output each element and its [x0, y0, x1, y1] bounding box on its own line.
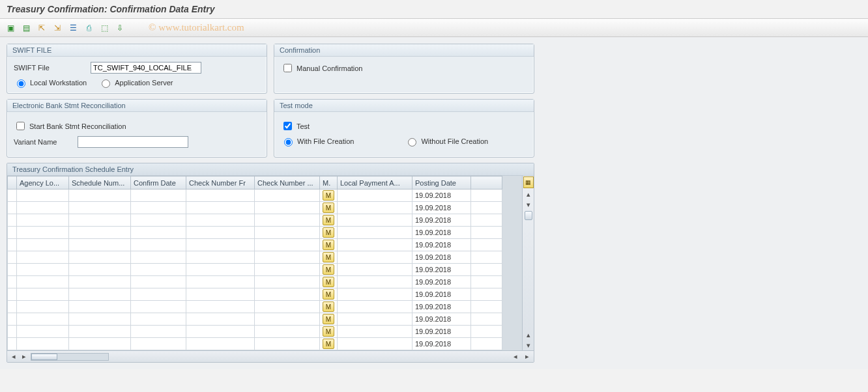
- cell-sched[interactable]: [69, 313, 131, 326]
- with-file-radio-input[interactable]: [284, 138, 293, 147]
- vertical-scrollbar[interactable]: ▦ ▴ ▾ ▴ ▾: [522, 176, 534, 350]
- cell-check-to[interactable]: [255, 301, 320, 313]
- cell-check-to[interactable]: [255, 326, 320, 338]
- table-row[interactable]: M19.09.2018: [8, 202, 502, 214]
- cell-confirm-date[interactable]: [131, 313, 186, 326]
- row-selector[interactable]: [8, 301, 17, 313]
- hscroll-left-icon[interactable]: ◂: [8, 352, 19, 361]
- hscroll-left2-icon[interactable]: ◂: [510, 352, 521, 361]
- cell-m[interactable]: M: [320, 326, 338, 338]
- export-local-icon[interactable]: ⇩: [113, 21, 126, 35]
- hscroll-track[interactable]: [31, 353, 109, 361]
- hscroll-right2-icon[interactable]: ▸: [522, 352, 532, 361]
- cell-posting-date[interactable]: 19.09.2018: [412, 301, 471, 313]
- cell-confirm-date[interactable]: [131, 326, 186, 338]
- cell-agency[interactable]: [17, 227, 69, 239]
- cell-posting-date[interactable]: 19.09.2018: [412, 264, 471, 276]
- cell-local-payment[interactable]: [338, 189, 412, 202]
- cell-sched[interactable]: [69, 326, 131, 338]
- m-button[interactable]: M: [323, 326, 334, 337]
- table-row[interactable]: M19.09.2018: [8, 313, 502, 326]
- m-button[interactable]: M: [323, 314, 334, 324]
- row-insert-icon[interactable]: ⇱: [35, 21, 48, 35]
- col-agency[interactable]: Agency Lo...: [17, 176, 69, 189]
- cell-sched[interactable]: [69, 239, 131, 251]
- swift-server-radio-input[interactable]: [102, 79, 110, 88]
- cell-check-from[interactable]: [186, 288, 255, 301]
- cell-check-to[interactable]: [255, 338, 320, 350]
- col-check-to[interactable]: Check Number ...: [255, 176, 320, 189]
- cell-m[interactable]: M: [320, 202, 338, 214]
- cell-check-to[interactable]: [255, 189, 320, 202]
- cell-check-from[interactable]: [186, 227, 255, 239]
- cell-local-payment[interactable]: [338, 326, 412, 338]
- cell-check-to[interactable]: [255, 264, 320, 276]
- row-selector[interactable]: [8, 276, 17, 288]
- cell-sched[interactable]: [69, 288, 131, 301]
- cell-m[interactable]: M: [320, 214, 338, 227]
- cell-local-payment[interactable]: [338, 338, 412, 350]
- export-excel-icon[interactable]: ⬚: [98, 21, 111, 35]
- cell-m[interactable]: M: [320, 227, 338, 239]
- m-button[interactable]: M: [323, 277, 334, 287]
- cell-sched[interactable]: [69, 202, 131, 214]
- cell-local-payment[interactable]: [338, 227, 412, 239]
- cell-check-to[interactable]: [255, 251, 320, 264]
- col-check-from[interactable]: Check Number Fr: [186, 176, 255, 189]
- swift-file-input[interactable]: [91, 62, 201, 74]
- cell-confirm-date[interactable]: [131, 301, 186, 313]
- row-selector[interactable]: [8, 326, 17, 338]
- table-row[interactable]: M19.09.2018: [8, 276, 502, 288]
- table-row[interactable]: M19.09.2018: [8, 338, 502, 350]
- scroll-up-icon[interactable]: ▴: [523, 189, 534, 199]
- cell-posting-date[interactable]: 19.09.2018: [412, 326, 471, 338]
- cell-agency[interactable]: [17, 288, 69, 301]
- cell-confirm-date[interactable]: [131, 227, 186, 239]
- cell-sched[interactable]: [69, 264, 131, 276]
- swift-server-radio[interactable]: Application Server: [98, 77, 173, 88]
- cell-confirm-date[interactable]: [131, 239, 186, 251]
- m-button[interactable]: M: [323, 240, 334, 250]
- scroll-up-bottom-icon[interactable]: ▴: [523, 329, 534, 340]
- cell-check-to[interactable]: [255, 239, 320, 251]
- m-button[interactable]: M: [323, 264, 334, 275]
- hscroll-right-icon[interactable]: ▸: [19, 352, 29, 361]
- horizontal-scrollbar[interactable]: ◂ ▸ ◂ ▸: [7, 350, 534, 362]
- cell-agency[interactable]: [17, 326, 69, 338]
- cell-confirm-date[interactable]: [131, 251, 186, 264]
- m-button[interactable]: M: [323, 227, 334, 238]
- cell-sched[interactable]: [69, 227, 131, 239]
- variant-name-input[interactable]: [78, 136, 188, 148]
- cell-posting-date[interactable]: 19.09.2018: [412, 288, 471, 301]
- cell-posting-date[interactable]: 19.09.2018: [412, 313, 471, 326]
- cell-m[interactable]: M: [320, 276, 338, 288]
- start-recon-checkbox[interactable]: Start Bank Stmt Reconciliation: [14, 120, 126, 132]
- cell-check-from[interactable]: [186, 189, 255, 202]
- cell-posting-date[interactable]: 19.09.2018: [412, 251, 471, 264]
- swift-local-radio[interactable]: Local Workstation: [14, 77, 87, 88]
- cell-sched[interactable]: [69, 276, 131, 288]
- row-selector[interactable]: [8, 202, 17, 214]
- cell-agency[interactable]: [17, 251, 69, 264]
- cell-local-payment[interactable]: [338, 301, 412, 313]
- cell-check-from[interactable]: [186, 251, 255, 264]
- col-sched[interactable]: Schedule Num...: [69, 176, 131, 189]
- manual-confirmation-checkbox[interactable]: Manual Confirmation: [281, 62, 527, 74]
- without-file-radio-input[interactable]: [408, 138, 416, 147]
- without-file-radio[interactable]: Without File Creation: [405, 136, 488, 147]
- cell-posting-date[interactable]: 19.09.2018: [412, 338, 471, 350]
- cell-agency[interactable]: [17, 301, 69, 313]
- row-selector[interactable]: [8, 313, 17, 326]
- cell-agency[interactable]: [17, 202, 69, 214]
- cell-check-to[interactable]: [255, 214, 320, 227]
- cell-m[interactable]: M: [320, 264, 338, 276]
- cell-agency[interactable]: [17, 313, 69, 326]
- manual-confirmation-checkbox-input[interactable]: [283, 64, 292, 72]
- cell-posting-date[interactable]: 19.09.2018: [412, 202, 471, 214]
- table-row[interactable]: M19.09.2018: [8, 239, 502, 251]
- cell-confirm-date[interactable]: [131, 189, 186, 202]
- cell-m[interactable]: M: [320, 251, 338, 264]
- with-file-radio[interactable]: With File Creation: [281, 136, 354, 147]
- m-button[interactable]: M: [323, 203, 334, 213]
- m-button[interactable]: M: [323, 215, 334, 225]
